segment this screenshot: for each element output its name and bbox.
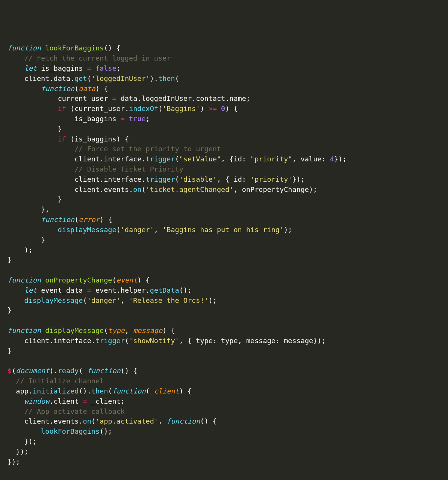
property: helper xyxy=(121,286,146,294)
object-key: message xyxy=(246,337,275,345)
parameter: _client xyxy=(150,387,179,395)
parameter: error xyxy=(79,216,100,223)
string: "setValue" xyxy=(179,155,221,163)
property: data xyxy=(54,74,71,82)
method: on xyxy=(133,185,141,193)
string: 'priority' xyxy=(250,175,292,183)
object-key: id xyxy=(234,175,242,183)
string: 'Release the Orcs!' xyxy=(129,296,209,304)
keyword-function: function xyxy=(166,417,200,425)
variable: client xyxy=(74,155,100,163)
function-name: onPropertyChange xyxy=(45,276,112,284)
keyword-function: function xyxy=(41,85,74,93)
function-name: lookForBaggins xyxy=(45,44,104,52)
variable: data xyxy=(121,94,138,102)
string: 'danger' xyxy=(121,226,154,234)
string: 'Baggins has put on his ring' xyxy=(162,226,284,234)
property: loggedInUser xyxy=(141,94,192,102)
property: interface xyxy=(104,155,141,163)
property: events xyxy=(54,417,79,425)
keyword-let: let xyxy=(24,286,37,294)
parameter: event xyxy=(117,276,138,284)
property: client xyxy=(54,397,79,405)
keyword-if: if xyxy=(58,105,66,112)
method: then xyxy=(91,387,108,395)
method: get xyxy=(74,74,87,82)
method: trigger xyxy=(146,155,175,163)
variable: client xyxy=(24,417,50,425)
method: initialized xyxy=(33,387,79,395)
keyword-function: function xyxy=(87,367,121,375)
object-key: value xyxy=(301,155,322,163)
object-key: type xyxy=(196,337,213,345)
comment: // Disable Ticket Priority xyxy=(74,165,183,173)
jquery-symbol: $ xyxy=(8,367,12,375)
method: ready xyxy=(58,367,79,375)
string: 'app.activated' xyxy=(95,417,158,425)
string: 'ticket.agentChanged' xyxy=(146,185,234,193)
variable: client xyxy=(74,175,100,183)
keyword-if: if xyxy=(58,135,66,143)
method: indexOf xyxy=(129,105,158,112)
parameter: type xyxy=(108,327,125,334)
keyword-function: function xyxy=(112,387,146,395)
number: 4 xyxy=(330,155,334,163)
method: trigger xyxy=(95,337,125,345)
string: 'danger' xyxy=(87,296,121,304)
object-key: id xyxy=(234,155,242,163)
operator: >= xyxy=(209,105,217,112)
reference: onPropertyChange xyxy=(242,185,309,193)
variable: _client xyxy=(91,397,121,405)
code-editor[interactable]: function lookForBaggins() { // Fetch the… xyxy=(0,43,448,467)
function-name: displayMessage xyxy=(45,327,104,334)
property: contact xyxy=(196,94,225,102)
comment: // Initialize channel xyxy=(16,377,104,385)
keyword-let: let xyxy=(24,64,37,72)
keyword-function: function xyxy=(8,276,41,284)
method: then xyxy=(158,74,175,82)
number: 0 xyxy=(221,105,225,112)
constant-true: true xyxy=(129,115,146,123)
comment: // Fetch the current logged-in user xyxy=(24,54,171,62)
keyword-function: function xyxy=(8,44,41,52)
method: trigger xyxy=(146,175,175,183)
function-call: lookForBaggins xyxy=(41,427,100,435)
variable: current_user xyxy=(58,94,108,102)
comment: // Force set the priority to urgent xyxy=(74,145,221,153)
variable: event_data xyxy=(41,286,83,294)
variable: is_baggins xyxy=(41,64,83,72)
string: "priority" xyxy=(250,155,292,163)
function-call: displayMessage xyxy=(24,296,83,304)
variable: client xyxy=(24,337,50,345)
string: 'showNotify' xyxy=(129,337,179,345)
variable: is_baggins xyxy=(74,135,116,143)
property: interface xyxy=(104,175,141,183)
keyword-function: function xyxy=(8,327,41,334)
constant-false: false xyxy=(95,64,117,72)
variable: current_user xyxy=(74,105,125,112)
variable: app xyxy=(16,387,28,395)
method: getData xyxy=(150,286,179,294)
property: name xyxy=(229,94,246,102)
window-object: window xyxy=(24,397,50,405)
string: 'disable' xyxy=(179,175,217,183)
variable: is_baggins xyxy=(74,115,116,123)
document-object: document xyxy=(16,367,49,375)
string: 'loggedInUser' xyxy=(91,74,150,82)
property: interface xyxy=(54,337,91,345)
method: on xyxy=(83,417,91,425)
keyword-function: function xyxy=(41,216,74,223)
function-call: displayMessage xyxy=(58,226,117,234)
property: events xyxy=(104,185,129,193)
parameter: message xyxy=(133,327,162,334)
variable: client xyxy=(24,74,50,82)
comment: // App activate callback xyxy=(24,407,125,415)
string: 'Baggins' xyxy=(162,105,200,112)
parameter: data xyxy=(79,85,95,93)
variable: client xyxy=(74,185,100,193)
